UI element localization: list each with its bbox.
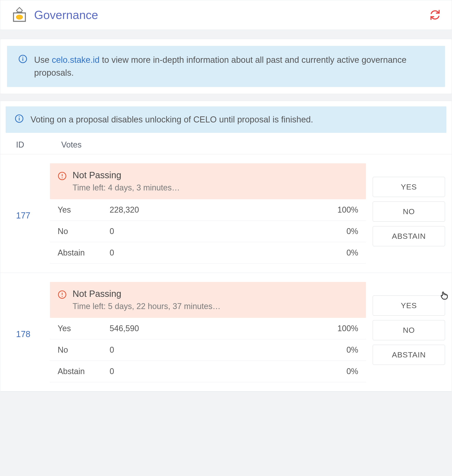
vote-no-button[interactable]: NO [373,320,445,340]
proposal-votes-block: Not Passing Time left: 5 days, 22 hours,… [50,282,366,382]
vote-pct: 0% [324,345,358,355]
status-timeleft: Time left: 5 days, 22 hours, 37 minutes… [73,302,220,311]
status-title: Not Passing [73,289,220,299]
info-text-2: Voting on a proposal disables unlocking … [31,113,313,126]
vote-line-abstain: Abstain 0 0% [50,242,366,264]
vote-pct: 100% [324,324,358,333]
proposal-id[interactable]: 178 [16,282,43,339]
proposal-row: 177 Not Passing Time left: 4 days, 3 min… [0,154,452,273]
svg-point-15 [62,296,63,297]
info-prefix: Use [34,55,52,65]
vote-no-button[interactable]: NO [373,202,445,222]
vote-count: 0 [110,367,324,376]
vote-count: 546,590 [110,324,324,333]
vote-line-yes: Yes 546,590 100% [50,318,366,339]
info-banner-voting: Voting on a proposal disables unlocking … [6,106,446,133]
status-text: Not Passing Time left: 4 days, 3 minutes… [73,170,180,192]
header-card: Governance [0,0,452,30]
status-text: Not Passing Time left: 5 days, 22 hours,… [73,289,220,311]
vote-yes-button[interactable]: YES [373,296,445,316]
col-header-id: ID [16,140,43,150]
vote-pct: 0% [324,227,358,236]
vote-yes-button[interactable]: YES [373,177,445,197]
proposal-actions: YES NO ABSTAIN [373,282,445,365]
proposal-id[interactable]: 177 [16,163,43,220]
page-title: Governance [34,8,98,22]
svg-point-9 [19,116,20,117]
vote-line-abstain: Abstain 0 0% [50,361,366,382]
ballot-box-icon [12,7,27,23]
vote-line-no: No 0 0% [50,221,366,242]
vote-count: 0 [110,345,324,355]
vote-abstain-button[interactable]: ABSTAIN [373,345,445,365]
proposal-status-box: Not Passing Time left: 4 days, 3 minutes… [50,163,366,199]
status-title: Not Passing [73,170,180,180]
refresh-icon[interactable] [430,9,440,20]
svg-point-2 [16,15,23,20]
vote-label: Yes [58,205,110,215]
info-link[interactable]: celo.stake.id [52,55,100,65]
svg-marker-3 [16,7,22,12]
vote-pct: 0% [324,367,358,376]
warning-icon [58,172,67,180]
info-text-1: Use celo.stake.id to view more in-depth … [34,53,434,79]
proposals-card: Voting on a proposal disables unlocking … [0,101,452,392]
proposal-row: 178 Not Passing Time left: 5 days, 22 ho… [0,273,452,391]
info-icon [18,54,27,64]
vote-count: 0 [110,248,324,258]
vote-line-no: No 0 0% [50,339,366,361]
proposal-status-box: Not Passing Time left: 5 days, 22 hours,… [50,282,366,318]
vote-pct: 100% [324,205,358,215]
vote-count: 0 [110,227,324,236]
vote-label: Yes [58,324,110,333]
info-icon [15,114,24,123]
proposal-votes-block: Not Passing Time left: 4 days, 3 minutes… [50,163,366,264]
svg-point-12 [62,177,63,178]
col-header-votes: Votes [61,140,82,150]
info-card-1: Use celo.stake.id to view more in-depth … [0,39,452,94]
vote-abstain-button[interactable]: ABSTAIN [373,226,445,246]
status-timeleft: Time left: 4 days, 3 minutes… [73,183,180,192]
vote-label: Abstain [58,367,110,376]
proposal-actions: YES NO ABSTAIN [373,163,445,246]
vote-label: Abstain [58,248,110,258]
vote-label: No [58,345,110,355]
svg-point-6 [22,57,23,58]
table-header: ID Votes [0,136,452,154]
info-banner-link: Use celo.stake.id to view more in-depth … [7,46,445,87]
vote-pct: 0% [324,248,358,258]
vote-count: 228,320 [110,205,324,215]
warning-icon [58,290,67,299]
vote-label: No [58,227,110,236]
vote-line-yes: Yes 228,320 100% [50,199,366,221]
header-left: Governance [12,7,98,23]
